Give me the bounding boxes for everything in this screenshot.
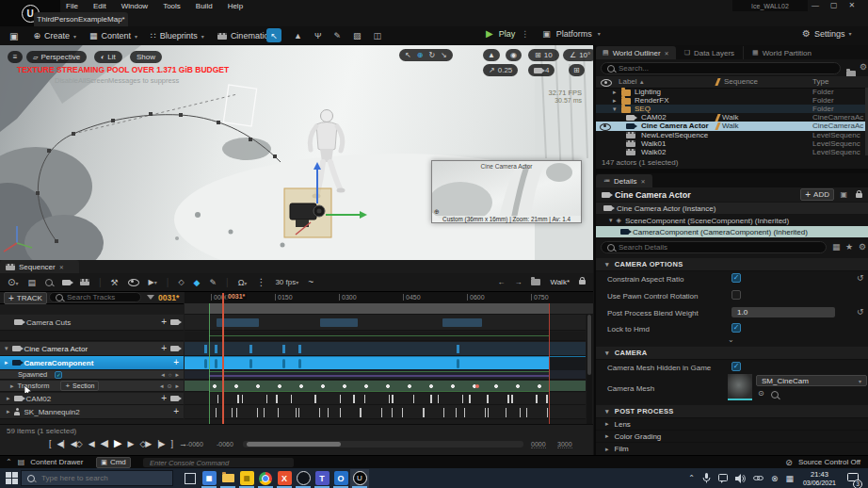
add-key-icon[interactable]: ○ <box>169 372 172 378</box>
menu-file[interactable]: File <box>66 2 78 10</box>
transform-tools[interactable]: ↖ ⊕ ↻ ↘ <box>399 49 453 61</box>
app-file-explorer[interactable] <box>218 469 237 488</box>
spawned-timeline[interactable] <box>185 370 586 380</box>
tab-world-partition[interactable]: ▦ World Partition <box>743 46 820 59</box>
prev-key-button[interactable]: ◀◇ <box>71 439 82 448</box>
keyframe-options-icon[interactable]: ◇ <box>178 278 184 286</box>
post-process-header[interactable]: ▾ POST PROCESS <box>596 405 868 418</box>
step-forward-button[interactable]: ▶ <box>127 439 133 448</box>
details-settings-icon[interactable]: ⚙ <box>859 242 866 252</box>
scale-tool-icon[interactable]: ↘ <box>441 51 447 59</box>
outliner-row-cine-camera-actor[interactable]: Cine Camera Actor Walk CineCameraAc <box>596 122 868 131</box>
visibility-column-icon[interactable] <box>601 79 612 87</box>
details-search[interactable] <box>601 241 827 253</box>
platforms-label[interactable]: Platforms <box>556 29 592 39</box>
task-view-button[interactable] <box>181 469 200 488</box>
taskbar-clock[interactable]: 21:43 03/06/2021 <box>803 470 836 487</box>
fracture-mode-icon[interactable]: ◫ <box>374 31 382 41</box>
cmd-button[interactable]: ▣Cmd <box>96 457 131 468</box>
camera-options-header[interactable]: ▾ CAMERA OPTIONS <box>596 258 868 271</box>
menu-build[interactable]: Build <box>196 2 213 10</box>
add-track-button[interactable]: +TRACK <box>4 292 47 304</box>
expander-icon[interactable]: ▾ <box>609 217 613 224</box>
favorites-star-icon[interactable]: ★ <box>845 242 853 252</box>
rotation-snap-button[interactable]: ∠10° <box>563 49 593 61</box>
menu-edit[interactable]: Edit <box>93 2 106 10</box>
tray-expand-icon[interactable]: ⌃ <box>688 474 695 482</box>
curve-editor-icon[interactable]: ~ <box>308 277 313 287</box>
maximize-button[interactable]: ▢ <box>830 1 838 9</box>
tray-grid-icon[interactable]: ▦ <box>785 474 794 483</box>
use-pawn-control-rotation-checkbox[interactable] <box>731 290 741 300</box>
blueprints-button[interactable]: ∷Blueprints▾ <box>151 31 204 41</box>
outliner-row-cam02[interactable]: CAM02 Walk CineCameraAc <box>596 113 868 122</box>
menu-help[interactable]: Help <box>228 2 243 10</box>
camera-lock-icon[interactable] <box>170 396 179 401</box>
loop-button[interactable]: → <box>179 439 186 448</box>
create-camera-icon[interactable] <box>62 280 71 285</box>
save-icon[interactable]: ▣ <box>9 31 18 41</box>
section-expander-icon[interactable]: ▾ <box>605 350 609 357</box>
content-drawer-button[interactable]: Content Drawer <box>30 458 83 466</box>
next-key-button[interactable]: ◇▶ <box>139 439 151 448</box>
cam02-timeline[interactable] <box>185 393 586 405</box>
show-button[interactable]: Show <box>130 51 162 63</box>
microphone-icon[interactable] <box>702 473 711 483</box>
expander-icon[interactable]: ▾ <box>613 106 617 113</box>
color-grading-row[interactable]: ▸ Color Grading <box>596 431 868 443</box>
app-outlook[interactable]: O <box>331 469 350 488</box>
track-sk-mannequin2[interactable]: ▸ SK_Mannequin2 + <box>0 405 184 419</box>
next-key-icon[interactable]: ▸ <box>175 382 179 390</box>
cine-camera-actor-timeline[interactable] <box>185 342 586 356</box>
tab-sequencer[interactable]: Sequencer ✕ <box>0 260 79 273</box>
timeline-hscrollbar[interactable] <box>243 441 523 447</box>
reset-icon[interactable]: ↺ <box>857 273 864 283</box>
find-in-sequence-icon[interactable] <box>45 279 53 286</box>
working-range-band[interactable] <box>185 303 593 315</box>
actions-wrench-icon[interactable]: ⚒ <box>111 278 119 287</box>
console-input-box[interactable] <box>143 458 294 467</box>
label-column[interactable]: Label ▲ <box>619 77 645 86</box>
play-label[interactable]: Play <box>499 29 516 39</box>
app-obs[interactable] <box>294 469 313 488</box>
browse-asset-icon[interactable] <box>771 391 779 399</box>
outliner-row-newlevelsequence[interactable]: NewLevelSequence LevelSequenc <box>596 131 868 139</box>
surface-snap-button[interactable]: ▲ <box>483 49 500 61</box>
move-tool-icon[interactable]: ⊕ <box>417 51 424 59</box>
outliner-row-renderfx[interactable]: ▸ RenderFX Folder <box>596 96 868 105</box>
expander-icon[interactable]: ▸ <box>605 446 609 453</box>
prev-key-icon[interactable]: ◂ <box>160 382 164 390</box>
track-search[interactable] <box>49 292 141 302</box>
snap-magnet-icon[interactable]: Ω▾ <box>238 278 248 287</box>
expander-icon[interactable]: ▸ <box>613 89 617 96</box>
lock-to-hmd-checkbox[interactable]: ✓ <box>731 323 741 333</box>
foliage-mode-icon[interactable]: Ψ <box>314 31 322 41</box>
expander-icon[interactable]: ▸ <box>605 432 609 440</box>
lens-row[interactable]: ▸ Lens <box>596 418 868 431</box>
advanced-expander-icon[interactable]: ⌄ <box>728 335 734 344</box>
tab-close-icon[interactable]: ✕ <box>665 50 669 57</box>
outliner-row-walk02[interactable]: Walk02 LevelSequenc <box>596 148 868 156</box>
camera-mesh-hidden-checkbox[interactable]: ✓ <box>731 362 741 371</box>
app-unreal[interactable]: U <box>350 469 369 488</box>
add-component-button[interactable]: +ADD <box>800 188 834 201</box>
taskbar-search-input[interactable] <box>40 473 167 483</box>
current-frame[interactable]: 0031* <box>158 293 179 302</box>
use-selected-asset-icon[interactable]: ⊙ <box>758 389 764 398</box>
camera-component-timeline[interactable] <box>185 356 586 370</box>
console-input[interactable] <box>148 458 289 468</box>
outliner-search[interactable] <box>601 62 841 74</box>
type-column[interactable]: Type <box>812 77 828 86</box>
playback-range-in[interactable]: 0000 <box>531 441 546 448</box>
mesh-paint-mode-icon[interactable]: ▨ <box>353 31 362 41</box>
track-cine-camera-actor[interactable]: ▾ Cine Camera Actor + <box>0 342 184 356</box>
render-movie-icon[interactable] <box>80 279 89 285</box>
camera-cuts-timeline[interactable] <box>185 315 586 331</box>
rotate-tool-icon[interactable]: ↻ <box>428 51 435 59</box>
view-range-start[interactable]: -0060 <box>186 441 203 447</box>
outliner-row-seq[interactable]: ▾ SEQ Folder <box>596 105 868 113</box>
grid-snap-button[interactable]: ⊞10 <box>528 49 559 61</box>
add-track-icon[interactable]: + <box>173 407 179 416</box>
minimize-button[interactable]: — <box>812 1 819 9</box>
expander-icon[interactable]: ▸ <box>613 97 617 105</box>
